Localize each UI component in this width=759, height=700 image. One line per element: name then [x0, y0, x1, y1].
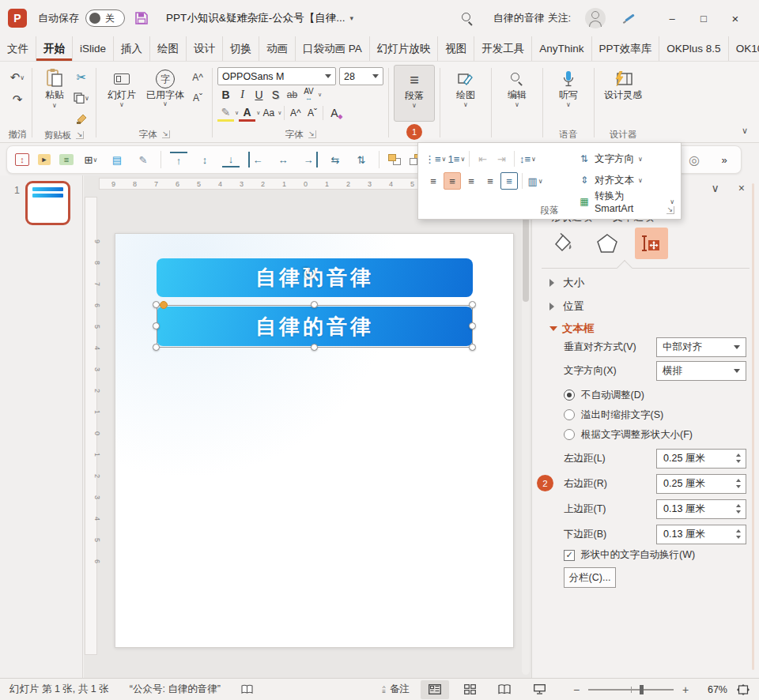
- character-spacing-button[interactable]: AV↔: [300, 86, 317, 103]
- pane-scrollbar[interactable]: [752, 183, 754, 670]
- bottom-margin-input[interactable]: 0.13 厘米: [656, 525, 746, 544]
- spin-up-icon[interactable]: [736, 451, 741, 457]
- edit-button[interactable]: 编辑 ∨: [497, 65, 538, 108]
- radio-shrink-on-overflow[interactable]: 溢出时缩排文字(S): [564, 407, 663, 423]
- spin-up-icon[interactable]: [736, 527, 741, 533]
- minimize-button[interactable]: –: [656, 6, 688, 30]
- left-margin-input[interactable]: 0.25 厘米: [656, 449, 746, 469]
- notes-button[interactable]: ^≡ 备注: [374, 680, 417, 699]
- zoom-out-button[interactable]: −: [571, 683, 582, 696]
- search-icon[interactable]: [462, 13, 473, 24]
- decrease-indent-icon[interactable]: ⇤: [474, 150, 491, 167]
- tab-file[interactable]: 文件: [0, 36, 36, 61]
- tab-slideshow[interactable]: 幻灯片放映: [370, 36, 439, 61]
- merge-shapes-icon[interactable]: ◎: [685, 152, 703, 167]
- pane-collapse-icon[interactable]: ∨: [712, 182, 719, 194]
- columns-button[interactable]: 分栏(C)...: [564, 567, 616, 588]
- fill-line-icon[interactable]: [546, 228, 580, 259]
- copy-button[interactable]: ∨: [72, 88, 91, 107]
- tab-transitions[interactable]: 切换: [223, 36, 259, 61]
- align-bottom-icon[interactable]: ↓: [222, 152, 240, 167]
- text-direction-menu[interactable]: ⇅文字方向∨: [575, 149, 674, 168]
- grow-font-button[interactable]: A^: [188, 68, 207, 87]
- zoom-slider-thumb[interactable]: [640, 685, 644, 694]
- tab-design[interactable]: 设计: [187, 36, 223, 61]
- spin-down-icon[interactable]: [736, 510, 741, 516]
- size-properties-icon[interactable]: [635, 228, 668, 259]
- selection-handle[interactable]: [311, 301, 318, 308]
- text-direction-select[interactable]: 横排: [656, 361, 746, 381]
- proofing-icon[interactable]: [241, 684, 253, 694]
- right-margin-input[interactable]: 0.25 厘米: [656, 474, 746, 494]
- redo-button[interactable]: ↷: [8, 90, 27, 109]
- font-name-combo[interactable]: OPPOSans M: [217, 67, 336, 85]
- distribute-rows-icon[interactable]: ≡: [59, 154, 74, 165]
- selection-handle[interactable]: [153, 322, 160, 329]
- distribute-vertical-icon[interactable]: ⇅: [353, 152, 370, 167]
- shrink-font-button2[interactable]: Aˇ: [304, 104, 320, 122]
- bold-button[interactable]: B: [217, 86, 234, 103]
- spin-up-icon[interactable]: [736, 476, 741, 482]
- rotate-handle[interactable]: ↻: [302, 264, 316, 284]
- highlight-button[interactable]: ✎: [217, 104, 234, 122]
- vertical-scrollbar[interactable]: [522, 179, 530, 675]
- layout-icon[interactable]: ▤: [108, 152, 126, 167]
- columns-icon[interactable]: ▥∨: [527, 172, 544, 190]
- undo-button[interactable]: ↶∨: [8, 68, 27, 87]
- align-left-icon[interactable]: ←: [248, 152, 266, 167]
- line-spacing-icon[interactable]: ↕≡∨: [519, 150, 536, 167]
- font-size-combo[interactable]: 28: [339, 67, 383, 85]
- change-case-button[interactable]: Aa: [260, 104, 277, 122]
- paragraph-launcher-icon[interactable]: ↘: [666, 206, 674, 214]
- zoom-percentage[interactable]: 67%: [697, 684, 727, 695]
- style-brush-icon[interactable]: ✎: [134, 152, 152, 167]
- adjust-handle[interactable]: [160, 301, 168, 309]
- tab-okplus[interactable]: OKPlus 8.5: [659, 36, 728, 61]
- align-text-menu[interactable]: ⇕对齐文本∨: [575, 171, 674, 190]
- increase-indent-icon[interactable]: ⇥: [493, 150, 510, 167]
- shrink-font-button[interactable]: Aˇ: [188, 88, 207, 107]
- align-text-left-icon[interactable]: ≡: [425, 172, 442, 190]
- insert-placeholder-icon[interactable]: ⊞∨: [82, 152, 100, 167]
- text-shadow-button[interactable]: S: [267, 86, 284, 103]
- spin-down-icon[interactable]: [736, 485, 741, 491]
- selection-handle[interactable]: [469, 322, 476, 329]
- bullets-icon[interactable]: ⋮≡∨: [425, 150, 446, 167]
- selection-handle[interactable]: [469, 301, 476, 308]
- tab-view[interactable]: 视图: [438, 36, 474, 61]
- tab-home[interactable]: 开始: [36, 36, 73, 61]
- maximize-button[interactable]: □: [688, 6, 719, 30]
- section-size[interactable]: 大小: [549, 276, 584, 290]
- title-dropdown-icon[interactable]: ▾: [350, 14, 354, 22]
- design-ideas-button[interactable]: 设计灵感: [599, 65, 647, 100]
- align-right-icon[interactable]: →: [300, 152, 318, 167]
- close-button[interactable]: ×: [719, 6, 751, 30]
- tab-insert[interactable]: 插入: [114, 36, 150, 61]
- selection-handle[interactable]: [153, 301, 160, 308]
- distribute-text-icon[interactable]: ≡: [500, 172, 518, 190]
- used-fonts-button[interactable]: 字 已用字体 ∨: [142, 65, 188, 107]
- font-launcher-icon[interactable]: ↘: [162, 130, 170, 138]
- bring-forward-icon[interactable]: [388, 154, 401, 165]
- selection-handle[interactable]: [311, 344, 318, 351]
- align-center-icon[interactable]: ↔: [274, 152, 292, 167]
- vertical-alignment-select[interactable]: 中部对齐: [656, 337, 746, 357]
- italic-button[interactable]: I: [234, 86, 251, 103]
- tab-animations[interactable]: 动画: [259, 36, 296, 61]
- fit-height-icon[interactable]: ↕: [15, 153, 29, 166]
- toolbar-more-icon[interactable]: »: [716, 152, 733, 167]
- paragraph-button[interactable]: ≡ 段落 ∨ 1: [394, 65, 435, 122]
- reading-view-button[interactable]: [490, 680, 519, 699]
- clipboard-launcher-icon[interactable]: ↘: [76, 131, 84, 139]
- align-text-right-icon[interactable]: ≡: [463, 172, 480, 190]
- effects-icon[interactable]: [591, 228, 624, 259]
- tab-anythink[interactable]: AnyThink: [532, 36, 591, 61]
- tab-ppt-library[interactable]: PPT效率库: [592, 36, 660, 61]
- new-slide-button[interactable]: 幻灯片 ∨: [101, 65, 142, 108]
- distribute-horizontal-icon[interactable]: ⇆: [327, 152, 344, 167]
- radio-resize-shape[interactable]: 根据文字调整形状大小(F): [564, 427, 693, 442]
- tab-draw[interactable]: 绘图: [150, 36, 187, 61]
- clear-formatting-button[interactable]: A◆: [326, 104, 342, 122]
- spin-up-icon[interactable]: [736, 502, 741, 507]
- paste-button[interactable]: 粘贴 ∨: [37, 65, 72, 109]
